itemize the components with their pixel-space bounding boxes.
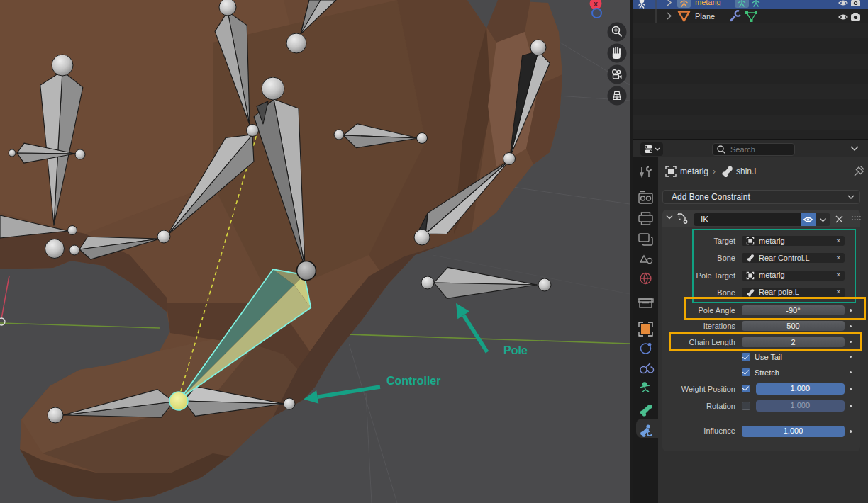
svg-text:X: X [594,1,598,8]
svg-text:Controller: Controller [386,375,440,387]
svg-text:Pole: Pole [503,344,528,356]
